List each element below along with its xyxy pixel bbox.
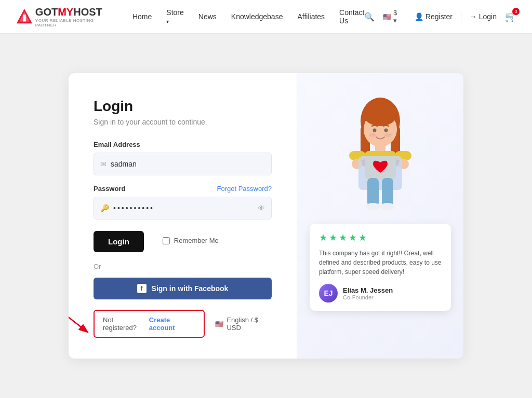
eye-icon[interactable]: 👁 <box>258 204 265 212</box>
lang-flag-icon: 🇺🇸 <box>215 320 223 328</box>
forgot-password-link[interactable]: Forgot Password? <box>217 185 272 193</box>
svg-rect-22 <box>382 178 393 207</box>
star-2: ★ <box>329 232 337 243</box>
nav-knowledgebase[interactable]: Knowledgebase <box>231 12 283 21</box>
nav-divider <box>406 11 406 22</box>
nav-store-label: Store <box>166 8 183 17</box>
not-registered-text: Not registered? <box>103 316 147 332</box>
svg-point-14 <box>384 133 392 137</box>
search-icon[interactable]: 🔍 <box>364 12 375 22</box>
flag-icon: 🇺🇸 <box>383 13 391 21</box>
email-input-wrap: ✉ <box>94 153 272 175</box>
svg-point-11 <box>373 129 377 132</box>
nav-news[interactable]: News <box>198 12 217 21</box>
svg-rect-2 <box>23 15 26 21</box>
logo-tagline: YOUR RELIABLE HOSTING PARTNER <box>35 18 112 28</box>
cart-badge-count: 0 <box>512 8 520 15</box>
email-label: Email Address <box>94 141 272 148</box>
language-label: English / $ USD <box>227 316 272 332</box>
user-icon: 👤 <box>415 12 423 21</box>
svg-point-23 <box>366 203 380 210</box>
reviewer: EJ Elias M. Jessen Co-Founder <box>319 284 442 303</box>
nav-contact[interactable]: Contact Us <box>339 8 364 25</box>
right-panel: ★ ★ ★ ★ ★ This company has got it right!… <box>297 73 463 359</box>
bottom-row: Not registered? Create account 🇺🇸 Englis… <box>94 310 272 338</box>
star-4: ★ <box>349 232 357 243</box>
nav-divider-2 <box>461 11 461 22</box>
login-title: Login <box>94 98 272 115</box>
star-3: ★ <box>339 232 347 243</box>
reviewer-info: Elias M. Jessen Co-Founder <box>343 286 393 300</box>
facebook-icon: f <box>137 284 147 293</box>
login-button[interactable]: Login <box>94 231 144 252</box>
nav-right: 🔍 🇺🇸 $ ▾ 👤 Register → Login 🛒 0 <box>364 9 516 24</box>
facebook-login-button[interactable]: f Sign in with Facebook <box>94 278 272 299</box>
envelope-icon: ✉ <box>100 160 107 168</box>
svg-point-13 <box>369 133 376 137</box>
testimonial-card: ★ ★ ★ ★ ★ This company has got it right!… <box>310 224 451 311</box>
nav-register[interactable]: 👤 Register <box>415 12 453 21</box>
svg-point-12 <box>384 129 388 132</box>
create-account-box: Not registered? Create account <box>94 310 205 338</box>
remember-row: Login Remember Me <box>94 229 272 252</box>
svg-point-24 <box>380 203 395 210</box>
remember-me-checkbox[interactable] <box>163 237 170 244</box>
or-divider: Or <box>94 263 272 270</box>
star-5: ★ <box>358 232 367 243</box>
currency-label: $ ▾ <box>393 9 397 24</box>
password-label: Password <box>94 185 125 193</box>
svg-point-10 <box>364 103 397 126</box>
remember-me-label[interactable]: Remember Me <box>163 237 219 244</box>
svg-line-4 <box>69 312 87 332</box>
character-illustration <box>328 84 432 218</box>
login-subtitle: Sign in to your account to continue. <box>94 118 272 126</box>
nav-links: Home Store ▾ News Knowledgebase Affiliat… <box>132 8 364 25</box>
red-arrow-icon <box>69 310 91 336</box>
create-account-link[interactable]: Create account <box>149 316 196 332</box>
svg-rect-21 <box>367 178 379 207</box>
testimonial-text: This company has got it right!! Great, w… <box>319 249 442 277</box>
email-input[interactable] <box>107 160 265 168</box>
svg-rect-20 <box>358 156 402 190</box>
nav-login[interactable]: → Login <box>470 12 497 21</box>
navbar: GOTMYHOST YOUR RELIABLE HOSTING PARTNER … <box>0 0 532 34</box>
logo-icon <box>16 7 33 26</box>
login-icon: → <box>470 12 477 21</box>
logo-link[interactable]: GOTMYHOST YOUR RELIABLE HOSTING PARTNER <box>16 6 112 28</box>
login-card: Login Sign in to your account to continu… <box>69 73 463 359</box>
reviewer-title: Co-Founder <box>343 294 393 300</box>
main-content: Login Sign in to your account to continu… <box>0 34 532 398</box>
reviewer-name: Elias M. Jessen <box>343 286 393 294</box>
language-selector[interactable]: 🇺🇸 English / $ USD <box>215 316 272 332</box>
nav-home[interactable]: Home <box>132 12 152 21</box>
logo-text: GOTMYHOST <box>35 6 112 18</box>
nav-affiliates[interactable]: Affiliates <box>297 12 325 21</box>
reviewer-avatar: EJ <box>319 284 338 303</box>
password-input-wrap: 🔑 👁 <box>94 197 272 219</box>
cart-button[interactable]: 🛒 0 <box>505 11 516 22</box>
nav-store[interactable]: Store ▾ <box>166 8 183 25</box>
star-rating: ★ ★ ★ ★ ★ <box>319 232 442 243</box>
star-1: ★ <box>319 232 327 243</box>
left-panel: Login Sign in to your account to continu… <box>69 73 297 359</box>
flag-currency[interactable]: 🇺🇸 $ ▾ <box>383 9 397 24</box>
password-input[interactable] <box>109 204 258 212</box>
chevron-down-icon: ▾ <box>166 19 169 24</box>
key-icon: 🔑 <box>100 204 109 212</box>
password-row: Password Forgot Password? <box>94 185 272 193</box>
